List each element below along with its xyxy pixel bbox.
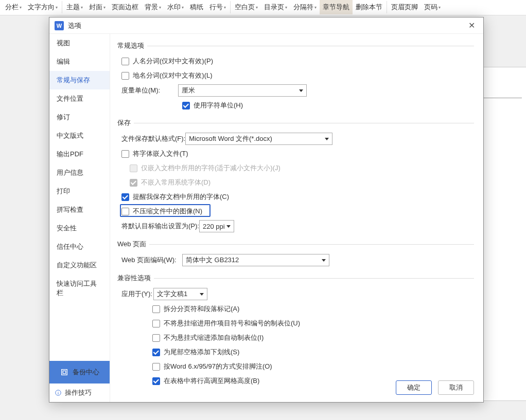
select-default-format[interactable]: Microsoft Word 文件(*.docx) xyxy=(185,133,332,145)
ribbon-页面边框[interactable]: 页面边框 xyxy=(109,0,142,14)
checkbox-compat-3[interactable] xyxy=(152,349,160,356)
ribbon-行号[interactable]: 行号▾ xyxy=(206,0,229,14)
dialog-footer: 确定 取消 xyxy=(396,380,474,395)
ribbon-水印[interactable]: 水印▾ xyxy=(164,0,187,14)
label-compat-2: 不为悬挂式缩进添加自动制表位(I) xyxy=(164,333,264,342)
tips-link[interactable]: 操作技巧 xyxy=(49,384,110,402)
label-embed-font: 将字体嵌入文件(T) xyxy=(133,149,188,158)
chevron-down-icon xyxy=(322,259,326,262)
chevron-down-icon xyxy=(299,89,303,92)
select-web-encoding-value: 简体中文 GB2312 xyxy=(186,255,239,265)
label-no-sys-font: 不嵌入常用系统字体(D) xyxy=(141,178,211,187)
checkbox-embed-used xyxy=(130,165,137,172)
group-title-general: 常规选项 xyxy=(117,41,147,50)
sidebar-item-general[interactable]: 常规与保存 xyxy=(49,71,110,89)
ribbon-目录页[interactable]: 目录页▾ xyxy=(261,0,290,14)
checkbox-person-name[interactable] xyxy=(121,58,129,65)
options-dialog: W 选项 ✕ 视图编辑常规与保存文件位置修订中文版式输出PDF用户信息打印拼写检… xyxy=(49,17,484,403)
checkbox-no-sys-font xyxy=(130,179,137,187)
label-target-output: 将默认目标输出设置为(P): xyxy=(121,222,199,231)
sidebar-item-fileloc[interactable]: 文件位置 xyxy=(49,89,110,108)
checkbox-compat-5[interactable] xyxy=(152,377,160,385)
select-target-output-value: 220 ppi xyxy=(203,223,225,230)
checkbox-embed-font[interactable] xyxy=(121,150,129,158)
checkbox-no-compress[interactable] xyxy=(121,208,129,215)
ribbon-主题[interactable]: 主题▾ xyxy=(63,0,86,14)
sidebar-item-edit[interactable]: 编辑 xyxy=(49,52,110,71)
select-apply-to[interactable]: 文字文稿1 xyxy=(153,288,207,300)
backup-label: 备份中心 xyxy=(73,368,99,377)
sidebar-item-sec[interactable]: 安全性 xyxy=(49,219,110,238)
group-web: Web 页面 Web 页面编码(W): 简体中文 GB2312 xyxy=(117,240,474,266)
group-general: 常规选项 人名分词(仅对中文有效)(P) 地名分词(仅对中文有效)(L) 度量单… xyxy=(117,41,474,111)
tips-label: 操作技巧 xyxy=(65,388,92,397)
group-title-save: 保存 xyxy=(117,118,134,127)
ribbon-封面[interactable]: 封面▾ xyxy=(86,0,109,14)
sidebar-item-cjk[interactable]: 中文版式 xyxy=(49,126,110,145)
checkbox-place-name[interactable] xyxy=(121,72,129,80)
ribbon-章节导航[interactable]: 章节导航 xyxy=(320,0,353,14)
group-title-compat: 兼容性选项 xyxy=(117,273,154,283)
checkbox-compat-1[interactable] xyxy=(152,320,160,327)
label-compat-3: 为尾部空格添加下划线(S) xyxy=(164,348,239,357)
chevron-down-icon xyxy=(325,138,329,140)
tip-icon xyxy=(55,389,62,396)
ribbon-文字方向[interactable]: 文字方向▾ xyxy=(25,0,61,14)
dialog-titlebar: W 选项 ✕ xyxy=(49,17,483,34)
select-target-output[interactable]: 220 ppi xyxy=(199,220,234,232)
select-unit[interactable]: 厘米 xyxy=(178,84,307,97)
cancel-button[interactable]: 取消 xyxy=(438,380,474,395)
ok-button[interactable]: 确定 xyxy=(396,380,432,395)
ribbon-空白页[interactable]: 空白页▾ xyxy=(232,0,261,14)
ribbon-toolbar: 分栏▾文字方向▾主题▾封面▾页面边框背景▾水印▾稿纸行号▾空白页▾目录页▾分隔符… xyxy=(0,0,526,15)
ribbon-分隔符[interactable]: 分隔符▾ xyxy=(290,0,320,14)
sidebar-item-view[interactable]: 视图 xyxy=(49,34,110,52)
sidebar-item-rev[interactable]: 修订 xyxy=(49,108,110,126)
backup-center-button[interactable]: 备份中心 xyxy=(49,361,110,384)
checkbox-compat-2[interactable] xyxy=(152,334,160,342)
ribbon-稿纸[interactable]: 稿纸 xyxy=(187,0,206,14)
label-compat-0: 拆分分页符和段落标记(A) xyxy=(164,304,239,314)
label-person-name: 人名分词(仅对中文有效)(P) xyxy=(133,57,213,66)
checkbox-compat-0[interactable] xyxy=(152,305,160,313)
label-compat-4: 按Word 6.x/95/97的方式安排脚注(O) xyxy=(164,362,272,371)
sidebar-item-ribbon[interactable]: 自定义功能区 xyxy=(49,256,110,275)
select-default-format-value: Microsoft Word 文件(*.docx) xyxy=(189,134,272,143)
checkbox-char-unit[interactable] xyxy=(182,102,190,109)
ribbon-页眉页脚[interactable]: 页眉页脚 xyxy=(388,0,421,14)
sidebar-item-user[interactable]: 用户信息 xyxy=(49,163,110,182)
group-save: 保存 文件保存默认格式(F): Microsoft Word 文件(*.docx… xyxy=(117,118,474,232)
label-embed-used: 仅嵌入文档中所用的字符(适于减小文件大小)(J) xyxy=(141,163,280,173)
dialog-title: 选项 xyxy=(68,21,81,30)
sidebar-item-spell[interactable]: 拼写检查 xyxy=(49,200,110,219)
ribbon-背景[interactable]: 背景▾ xyxy=(142,0,164,14)
ribbon-删除本节: 删除本节 xyxy=(353,0,385,14)
sidebar: 视图编辑常规与保存文件位置修订中文版式输出PDF用户信息打印拼写检查安全性信任中… xyxy=(49,34,110,402)
select-web-encoding[interactable]: 简体中文 GB2312 xyxy=(182,254,329,266)
ribbon-页码[interactable]: 页码▾ xyxy=(421,0,444,14)
sidebar-item-print[interactable]: 打印 xyxy=(49,182,110,200)
sidebar-item-pdf[interactable]: 输出PDF xyxy=(49,145,110,163)
sidebar-item-trust[interactable]: 信任中心 xyxy=(49,238,110,256)
app-icon: W xyxy=(55,21,64,30)
label-place-name: 地名分词(仅对中文有效)(L) xyxy=(133,71,213,80)
close-icon[interactable]: ✕ xyxy=(465,20,478,31)
label-char-unit: 使用字符单位(H) xyxy=(194,101,243,110)
ribbon-分栏[interactable]: 分栏▾ xyxy=(2,0,25,14)
group-title-web: Web 页面 xyxy=(117,240,149,249)
label-compat-1: 不将悬挂缩进用作项目符号和编号的制表位(U) xyxy=(164,319,300,328)
chevron-down-icon xyxy=(200,293,204,296)
checkbox-compat-4[interactable] xyxy=(152,363,160,371)
checkbox-remind-font[interactable] xyxy=(121,193,129,201)
label-remind-font: 提醒我保存文档中所用的字体(C) xyxy=(133,192,229,202)
sidebar-item-qat[interactable]: 快速访问工具栏 xyxy=(49,275,110,302)
label-compat-5: 在表格中将行高调至网格高度(B) xyxy=(164,376,259,386)
label-apply-to: 应用于(Y): xyxy=(121,289,153,299)
group-compat: 兼容性选项 应用于(Y): 文字文稿1 拆分分页符和段落标记(A)不将悬挂缩进用… xyxy=(117,273,474,387)
label-no-compress: 不压缩文件中的图像(N) xyxy=(133,207,202,216)
chevron-down-icon xyxy=(226,225,231,228)
content-pane: 常规选项 人名分词(仅对中文有效)(P) 地名分词(仅对中文有效)(L) 度量单… xyxy=(110,34,483,402)
select-apply-to-value: 文字文稿1 xyxy=(157,289,187,299)
label-web-encoding: Web 页面编码(W): xyxy=(121,255,182,265)
backup-icon xyxy=(60,368,68,376)
